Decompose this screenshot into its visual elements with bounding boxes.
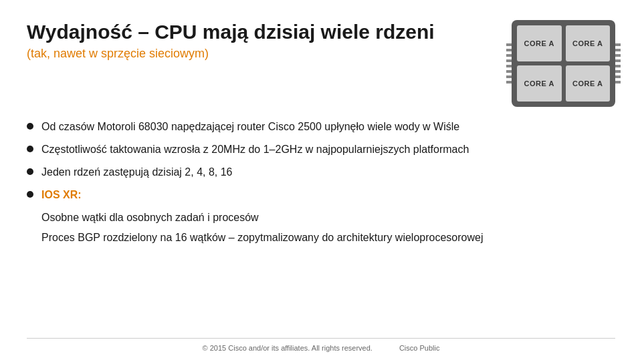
main-title: Wydajność – CPU mają dzisiaj wiele rdzen…: [27, 20, 498, 44]
core-cell-4: CORE A: [566, 65, 611, 102]
header-area: Wydajność – CPU mają dzisiaj wiele rdzen…: [27, 20, 615, 107]
footer: © 2015 Cisco and/or its affiliates. All …: [0, 344, 642, 352]
core-cell-3: CORE A: [517, 65, 562, 102]
bullet-item-4: IOS XR:: [27, 187, 615, 203]
bullet-dot-1: [27, 123, 33, 130]
ios-xr-sub-2: Proces BGP rozdzielony na 16 wątków – zo…: [41, 230, 615, 246]
bullet-item-3: Jeden rdzeń zastępują dzisiaj 2, 4, 8, 1…: [27, 164, 615, 180]
content-area: Od czasów Motoroli 68030 napędzającej ro…: [27, 119, 615, 246]
bullet-dot-4: [27, 191, 33, 198]
slide: Wydajność – CPU mają dzisiaj wiele rdzen…: [0, 0, 642, 364]
bullet-text-4: IOS XR:: [41, 187, 82, 203]
title-block: Wydajność – CPU mają dzisiaj wiele rdzen…: [27, 20, 512, 61]
core-cell-2: CORE A: [566, 25, 611, 61]
footer-classification: Cisco Public: [399, 344, 440, 352]
footer-copyright: © 2015 Cisco and/or its affiliates. All …: [203, 344, 372, 352]
bullet-text-2: Częstotliwość taktowania wzrosła z 20MHz…: [41, 142, 469, 158]
bullet-item-2: Częstotliwość taktowania wzrosła z 20MHz…: [27, 142, 615, 158]
ios-xr-sub-1: Osobne wątki dla osobnych zadań i proces…: [41, 210, 615, 226]
bullet-item-1: Od czasów Motoroli 68030 napędzającej ro…: [27, 119, 615, 135]
bullet-dot-2: [27, 146, 33, 152]
subtitle: (tak, nawet w sprzęcie sieciowym): [27, 47, 498, 61]
cpu-diagram: CORE A CORE A CORE A CORE A: [512, 20, 615, 107]
bullet-text-1: Od czasów Motoroli 68030 napędzającej ro…: [41, 119, 459, 135]
core-cell-1: CORE A: [517, 25, 562, 61]
chip-body: CORE A CORE A CORE A CORE A: [512, 20, 615, 107]
footer-separator: [27, 338, 615, 339]
bullet-dot-3: [27, 168, 33, 175]
bullet-text-3: Jeden rdzeń zastępują dzisiaj 2, 4, 8, 1…: [41, 164, 233, 180]
